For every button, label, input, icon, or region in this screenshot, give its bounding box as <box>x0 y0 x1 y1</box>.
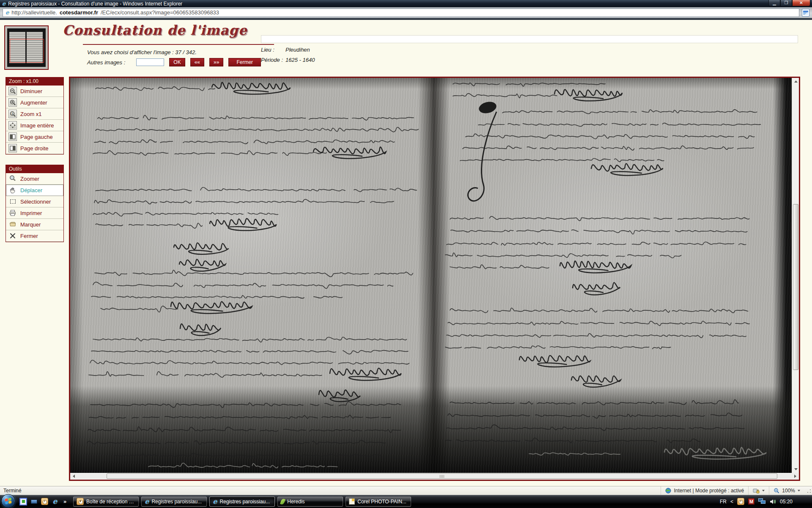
vertical-scroll-thumb[interactable] <box>793 204 798 370</box>
header-spacer-bar <box>261 35 798 43</box>
svg-text:1: 1 <box>11 112 13 115</box>
sidebar-item-image-entiere[interactable]: Image entière <box>6 120 63 131</box>
lieu-row: Lieu : Pleudihen <box>261 47 310 53</box>
scroll-right-button[interactable] <box>792 473 799 480</box>
minimize-button[interactable]: ▁ <box>768 0 780 6</box>
taskbar-button-corel[interactable]: Corel PHOTO-PAIN... <box>346 497 411 507</box>
restore-button[interactable]: ❐ <box>780 0 792 6</box>
network-icon[interactable] <box>758 498 766 505</box>
page-favicon-icon: e <box>5 10 9 15</box>
tray-reminder-icon[interactable] <box>737 498 744 505</box>
ie-icon: e <box>213 498 217 505</box>
zoom-out-icon <box>8 87 17 95</box>
tray-collapse-chevron[interactable]: < <box>730 499 733 505</box>
zoom-in-icon <box>8 98 17 107</box>
page-title: Consultation de l'image <box>63 22 247 38</box>
sidebar-item-page-droite[interactable]: Page droite <box>6 143 63 154</box>
security-zone-segment: Internet | Mode protégé : activé <box>661 486 748 495</box>
language-indicator[interactable]: FR <box>720 499 727 505</box>
zoom-magnifier-icon <box>774 488 779 494</box>
clock[interactable]: 05:20 <box>780 499 793 505</box>
resize-grip[interactable] <box>805 487 812 494</box>
image-number-input[interactable] <box>136 58 164 66</box>
fermer-button[interactable]: Fermer <box>228 58 261 66</box>
remote-desktop-icon[interactable] <box>30 498 38 505</box>
sidebar-item-page-gauche[interactable]: Page gauche <box>6 131 63 143</box>
quick-launch-outlook-icon[interactable] <box>41 498 48 505</box>
address-input[interactable]: e http://sallevirtuelle.cotesdarmor.fr/E… <box>3 8 799 17</box>
thumbnail-navigator[interactable] <box>4 25 49 70</box>
horizontal-scrollbar[interactable] <box>70 473 799 480</box>
windows-flag-icon <box>5 498 12 505</box>
next-image-button[interactable]: »» <box>209 58 223 66</box>
sidebar-item-fermer[interactable]: Fermer <box>6 230 63 242</box>
scroll-up-button[interactable] <box>792 78 799 85</box>
taskbar-button-registres-1[interactable]: e Registres paroissiau... <box>141 497 207 507</box>
manuscript-handwriting <box>70 78 792 473</box>
sidebar-item-zoomer[interactable]: Zoomer <box>6 173 63 185</box>
horizontal-scroll-thumb[interactable] <box>107 473 777 479</box>
magnifier-icon <box>8 174 17 183</box>
taskbar: e » Boîte de réception - ... e Registres… <box>0 495 812 508</box>
globe-icon <box>665 488 671 494</box>
corel-icon <box>349 498 355 505</box>
vertical-scrollbar[interactable] <box>792 78 799 473</box>
thumbnail-photo <box>7 28 46 67</box>
close-tool-icon <box>8 232 17 240</box>
sidebar-item-imprimer[interactable]: Imprimer <box>6 207 63 219</box>
start-button[interactable] <box>1 494 15 508</box>
sidebar-item-marquer[interactable]: Marquer <box>6 219 63 230</box>
taskbar-button-registres-2-active[interactable]: e Registres paroissiau... <box>209 497 275 507</box>
sidebar-item-deplacer[interactable]: Déplacer <box>6 185 63 196</box>
zoom-reset-icon: 1 <box>8 110 17 118</box>
zoom-caret-icon <box>798 490 800 493</box>
ie-favicon-icon: e <box>2 1 5 6</box>
url-domain: cotesdarmor.fr <box>60 9 98 16</box>
quick-launch: e » <box>19 498 68 505</box>
quick-launch-ie-icon[interactable]: e <box>51 498 59 505</box>
mcafee-icon[interactable]: M <box>748 498 754 505</box>
outlook-icon <box>77 498 84 505</box>
protected-mode-caret-icon <box>762 490 765 493</box>
zone-text: Internet | Mode protégé : activé <box>674 488 744 494</box>
manuscript-image[interactable] <box>70 78 792 473</box>
sidebar-item-selectionner[interactable]: Sélectionner <box>6 196 63 207</box>
thumbnail-viewport-rect[interactable] <box>10 39 44 63</box>
protected-mode-segment[interactable] <box>748 486 769 495</box>
window-title: Registres paroissiaux - Consultation d'u… <box>8 1 182 7</box>
page-right-icon <box>8 144 17 152</box>
sidebar-item-zoom-x1[interactable]: 1 Zoom x1 <box>6 108 63 120</box>
periode-value: 1625 - 1640 <box>285 57 315 63</box>
selection-icon <box>8 197 17 206</box>
taskbar-button-outlook[interactable]: Boîte de réception - ... <box>73 497 139 507</box>
bookmark-icon <box>8 220 17 229</box>
zoom-segment[interactable]: 100% <box>769 486 804 495</box>
window-controls: ▁ ❐ ✕ <box>768 0 810 6</box>
fit-image-icon <box>8 121 17 130</box>
close-window-button[interactable]: ✕ <box>792 0 810 6</box>
image-viewer <box>69 77 800 481</box>
page-content: Consultation de l'image Vous avez choisi… <box>0 20 812 486</box>
page-tools-icon[interactable] <box>802 9 809 17</box>
tools-panel-title: Outils <box>6 165 63 173</box>
hand-icon <box>8 186 17 194</box>
sidebar-item-augmenter[interactable]: Augmenter <box>6 97 63 108</box>
lieu-value: Pleudihen <box>285 47 310 53</box>
sidebar-item-diminuer[interactable]: Diminuer <box>6 86 63 97</box>
volume-icon[interactable] <box>770 499 776 505</box>
periode-label: Période : <box>261 57 285 63</box>
tools-panel: Outils Zoomer Déplacer Sélectionner Impr… <box>5 165 64 242</box>
previous-image-button[interactable]: «« <box>190 58 204 66</box>
ie-icon: e <box>145 498 149 505</box>
taskbar-button-heredis[interactable]: Heredis <box>277 497 343 507</box>
lieu-label: Lieu : <box>261 47 285 53</box>
quick-launch-overflow-chevron[interactable]: » <box>63 498 66 505</box>
status-text: Terminé <box>0 488 22 494</box>
status-bar: Terminé Internet | Mode protégé : activé… <box>0 486 812 495</box>
quick-launch-app-icon[interactable] <box>19 498 27 505</box>
image-counter-text: Vous avez choisi d'afficher l'image : 37… <box>87 49 197 55</box>
protected-mode-icon <box>753 488 760 494</box>
scroll-left-button[interactable] <box>70 473 77 480</box>
scroll-down-button[interactable] <box>792 466 799 473</box>
ok-button[interactable]: OK <box>169 58 185 66</box>
